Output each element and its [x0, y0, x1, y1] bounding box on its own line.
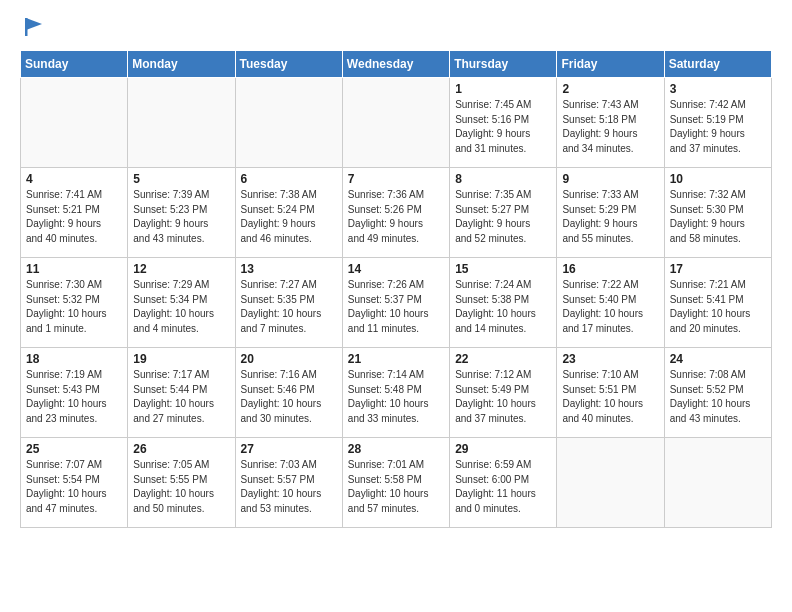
day-info: Sunrise: 7:10 AMSunset: 5:51 PMDaylight:…	[562, 368, 658, 426]
day-info: Sunrise: 7:08 AMSunset: 5:52 PMDaylight:…	[670, 368, 766, 426]
day-info: Sunrise: 7:19 AMSunset: 5:43 PMDaylight:…	[26, 368, 122, 426]
calendar-cell: 4Sunrise: 7:41 AMSunset: 5:21 PMDaylight…	[21, 168, 128, 258]
day-number: 3	[670, 82, 766, 96]
day-info: Sunrise: 7:29 AMSunset: 5:34 PMDaylight:…	[133, 278, 229, 336]
day-info: Sunrise: 7:35 AMSunset: 5:27 PMDaylight:…	[455, 188, 551, 246]
day-number: 27	[241, 442, 337, 456]
calendar-cell: 26Sunrise: 7:05 AMSunset: 5:55 PMDayligh…	[128, 438, 235, 528]
weekday-header-monday: Monday	[128, 51, 235, 78]
calendar-cell	[128, 78, 235, 168]
day-number: 17	[670, 262, 766, 276]
calendar-cell: 15Sunrise: 7:24 AMSunset: 5:38 PMDayligh…	[450, 258, 557, 348]
day-info: Sunrise: 7:38 AMSunset: 5:24 PMDaylight:…	[241, 188, 337, 246]
calendar-cell: 7Sunrise: 7:36 AMSunset: 5:26 PMDaylight…	[342, 168, 449, 258]
day-info: Sunrise: 7:27 AMSunset: 5:35 PMDaylight:…	[241, 278, 337, 336]
calendar-cell: 21Sunrise: 7:14 AMSunset: 5:48 PMDayligh…	[342, 348, 449, 438]
day-info: Sunrise: 7:22 AMSunset: 5:40 PMDaylight:…	[562, 278, 658, 336]
day-number: 29	[455, 442, 551, 456]
calendar-cell: 20Sunrise: 7:16 AMSunset: 5:46 PMDayligh…	[235, 348, 342, 438]
weekday-header-tuesday: Tuesday	[235, 51, 342, 78]
day-number: 1	[455, 82, 551, 96]
svg-rect-1	[25, 18, 28, 36]
header	[20, 16, 772, 38]
svg-marker-0	[26, 18, 42, 30]
calendar-cell: 19Sunrise: 7:17 AMSunset: 5:44 PMDayligh…	[128, 348, 235, 438]
day-info: Sunrise: 7:05 AMSunset: 5:55 PMDaylight:…	[133, 458, 229, 516]
day-number: 16	[562, 262, 658, 276]
logo-flag-icon	[22, 16, 44, 38]
day-number: 11	[26, 262, 122, 276]
day-number: 21	[348, 352, 444, 366]
day-number: 22	[455, 352, 551, 366]
logo	[20, 16, 44, 38]
calendar-cell	[235, 78, 342, 168]
day-number: 18	[26, 352, 122, 366]
day-info: Sunrise: 7:26 AMSunset: 5:37 PMDaylight:…	[348, 278, 444, 336]
day-number: 8	[455, 172, 551, 186]
day-info: Sunrise: 7:01 AMSunset: 5:58 PMDaylight:…	[348, 458, 444, 516]
calendar-cell: 10Sunrise: 7:32 AMSunset: 5:30 PMDayligh…	[664, 168, 771, 258]
weekday-header-thursday: Thursday	[450, 51, 557, 78]
day-number: 4	[26, 172, 122, 186]
day-info: Sunrise: 7:16 AMSunset: 5:46 PMDaylight:…	[241, 368, 337, 426]
calendar-cell	[664, 438, 771, 528]
weekday-header-row: SundayMondayTuesdayWednesdayThursdayFrid…	[21, 51, 772, 78]
day-info: Sunrise: 7:45 AMSunset: 5:16 PMDaylight:…	[455, 98, 551, 156]
day-number: 13	[241, 262, 337, 276]
day-info: Sunrise: 7:24 AMSunset: 5:38 PMDaylight:…	[455, 278, 551, 336]
calendar-cell	[342, 78, 449, 168]
day-number: 24	[670, 352, 766, 366]
calendar-cell: 5Sunrise: 7:39 AMSunset: 5:23 PMDaylight…	[128, 168, 235, 258]
calendar-cell: 16Sunrise: 7:22 AMSunset: 5:40 PMDayligh…	[557, 258, 664, 348]
day-info: Sunrise: 7:32 AMSunset: 5:30 PMDaylight:…	[670, 188, 766, 246]
calendar-cell: 8Sunrise: 7:35 AMSunset: 5:27 PMDaylight…	[450, 168, 557, 258]
day-number: 10	[670, 172, 766, 186]
week-row-3: 11Sunrise: 7:30 AMSunset: 5:32 PMDayligh…	[21, 258, 772, 348]
calendar-cell: 1Sunrise: 7:45 AMSunset: 5:16 PMDaylight…	[450, 78, 557, 168]
calendar-cell: 29Sunrise: 6:59 AMSunset: 6:00 PMDayligh…	[450, 438, 557, 528]
day-info: Sunrise: 7:42 AMSunset: 5:19 PMDaylight:…	[670, 98, 766, 156]
day-info: Sunrise: 7:36 AMSunset: 5:26 PMDaylight:…	[348, 188, 444, 246]
calendar-cell: 23Sunrise: 7:10 AMSunset: 5:51 PMDayligh…	[557, 348, 664, 438]
calendar-body: 1Sunrise: 7:45 AMSunset: 5:16 PMDaylight…	[21, 78, 772, 528]
day-number: 5	[133, 172, 229, 186]
day-info: Sunrise: 7:30 AMSunset: 5:32 PMDaylight:…	[26, 278, 122, 336]
day-info: Sunrise: 6:59 AMSunset: 6:00 PMDaylight:…	[455, 458, 551, 516]
calendar-cell	[21, 78, 128, 168]
week-row-2: 4Sunrise: 7:41 AMSunset: 5:21 PMDaylight…	[21, 168, 772, 258]
day-info: Sunrise: 7:14 AMSunset: 5:48 PMDaylight:…	[348, 368, 444, 426]
calendar-cell: 18Sunrise: 7:19 AMSunset: 5:43 PMDayligh…	[21, 348, 128, 438]
weekday-header-friday: Friday	[557, 51, 664, 78]
calendar-cell: 25Sunrise: 7:07 AMSunset: 5:54 PMDayligh…	[21, 438, 128, 528]
calendar-cell: 2Sunrise: 7:43 AMSunset: 5:18 PMDaylight…	[557, 78, 664, 168]
calendar-page: SundayMondayTuesdayWednesdayThursdayFrid…	[0, 0, 792, 544]
day-number: 7	[348, 172, 444, 186]
calendar-cell: 12Sunrise: 7:29 AMSunset: 5:34 PMDayligh…	[128, 258, 235, 348]
day-info: Sunrise: 7:03 AMSunset: 5:57 PMDaylight:…	[241, 458, 337, 516]
day-number: 26	[133, 442, 229, 456]
day-info: Sunrise: 7:41 AMSunset: 5:21 PMDaylight:…	[26, 188, 122, 246]
calendar-cell: 17Sunrise: 7:21 AMSunset: 5:41 PMDayligh…	[664, 258, 771, 348]
day-info: Sunrise: 7:39 AMSunset: 5:23 PMDaylight:…	[133, 188, 229, 246]
weekday-header-saturday: Saturday	[664, 51, 771, 78]
day-number: 28	[348, 442, 444, 456]
weekday-header-sunday: Sunday	[21, 51, 128, 78]
day-number: 25	[26, 442, 122, 456]
weekday-header-wednesday: Wednesday	[342, 51, 449, 78]
day-info: Sunrise: 7:07 AMSunset: 5:54 PMDaylight:…	[26, 458, 122, 516]
day-number: 20	[241, 352, 337, 366]
calendar-cell: 14Sunrise: 7:26 AMSunset: 5:37 PMDayligh…	[342, 258, 449, 348]
day-info: Sunrise: 7:33 AMSunset: 5:29 PMDaylight:…	[562, 188, 658, 246]
day-number: 15	[455, 262, 551, 276]
calendar-cell: 6Sunrise: 7:38 AMSunset: 5:24 PMDaylight…	[235, 168, 342, 258]
day-info: Sunrise: 7:43 AMSunset: 5:18 PMDaylight:…	[562, 98, 658, 156]
day-number: 23	[562, 352, 658, 366]
day-number: 19	[133, 352, 229, 366]
calendar-cell: 24Sunrise: 7:08 AMSunset: 5:52 PMDayligh…	[664, 348, 771, 438]
week-row-5: 25Sunrise: 7:07 AMSunset: 5:54 PMDayligh…	[21, 438, 772, 528]
calendar-cell: 13Sunrise: 7:27 AMSunset: 5:35 PMDayligh…	[235, 258, 342, 348]
calendar-cell	[557, 438, 664, 528]
day-info: Sunrise: 7:21 AMSunset: 5:41 PMDaylight:…	[670, 278, 766, 336]
calendar-cell: 9Sunrise: 7:33 AMSunset: 5:29 PMDaylight…	[557, 168, 664, 258]
day-info: Sunrise: 7:17 AMSunset: 5:44 PMDaylight:…	[133, 368, 229, 426]
